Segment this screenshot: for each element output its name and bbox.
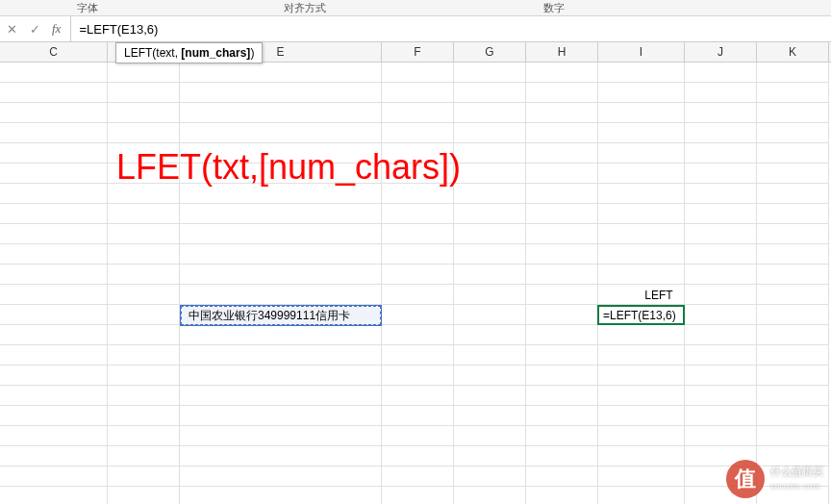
grid-cell[interactable] (526, 224, 598, 244)
grid-cell[interactable] (757, 426, 829, 446)
grid-cell[interactable] (382, 285, 454, 305)
column-header-c[interactable]: C (0, 42, 108, 62)
grid-cell[interactable] (382, 244, 454, 265)
grid-cell[interactable] (598, 406, 685, 426)
grid-cell[interactable] (180, 83, 382, 103)
grid-cell[interactable] (0, 184, 108, 204)
grid-cell[interactable] (454, 446, 526, 466)
grid-cell[interactable] (757, 123, 829, 143)
grid-cell[interactable] (685, 406, 757, 426)
grid-cell[interactable] (598, 265, 685, 285)
grid-cell[interactable] (454, 325, 526, 345)
grid-cell[interactable] (685, 426, 757, 446)
grid-cell[interactable] (598, 103, 685, 123)
grid-cell[interactable] (382, 204, 454, 224)
grid-cell[interactable] (108, 265, 180, 285)
grid-cell[interactable] (598, 143, 685, 164)
grid-cell[interactable] (382, 265, 454, 285)
grid-cell[interactable] (0, 103, 108, 123)
formula-accept-button[interactable]: ✓ (23, 16, 46, 41)
grid-cell[interactable] (454, 123, 526, 143)
grid-cell[interactable] (108, 224, 180, 244)
grid-cell[interactable] (108, 123, 180, 143)
grid-cell[interactable] (526, 184, 598, 204)
grid-cell[interactable] (526, 103, 598, 123)
grid-cell[interactable] (454, 63, 526, 83)
grid-cell[interactable] (526, 164, 598, 184)
grid-cell[interactable] (598, 345, 685, 365)
grid-cell[interactable] (757, 305, 829, 325)
grid-cell[interactable] (526, 244, 598, 265)
grid-cell[interactable] (685, 83, 757, 103)
grid-cell[interactable] (526, 305, 598, 325)
grid-cell[interactable] (0, 204, 108, 224)
grid-cell[interactable] (180, 103, 382, 123)
grid-cell[interactable] (454, 305, 526, 325)
grid-cell[interactable] (454, 487, 526, 504)
grid-cell[interactable] (108, 285, 180, 305)
grid-cell[interactable] (454, 184, 526, 204)
grid-cell[interactable] (454, 285, 526, 305)
grid-cell[interactable] (526, 123, 598, 143)
grid-cell[interactable] (526, 285, 598, 305)
grid-cell[interactable] (454, 224, 526, 244)
grid-cell[interactable] (0, 325, 108, 345)
grid-cell[interactable] (598, 164, 685, 184)
grid-cell[interactable] (454, 164, 526, 184)
grid-cell[interactable] (108, 204, 180, 224)
grid-cell[interactable] (526, 406, 598, 426)
grid-cell[interactable] (757, 285, 829, 305)
grid-cell[interactable] (180, 244, 382, 265)
grid-cell[interactable] (180, 204, 382, 224)
grid-cell[interactable] (454, 244, 526, 265)
column-header-i[interactable]: I (598, 42, 685, 62)
grid-cell[interactable] (757, 345, 829, 365)
grid-cell[interactable] (685, 103, 757, 123)
grid-cell[interactable] (526, 487, 598, 504)
grid-cell[interactable] (382, 487, 454, 504)
grid-cell[interactable] (108, 446, 180, 466)
grid-cell[interactable] (685, 143, 757, 164)
grid-cell[interactable] (685, 164, 757, 184)
grid-cell[interactable] (454, 204, 526, 224)
grid-cell[interactable] (598, 184, 685, 204)
grid-cell[interactable] (382, 345, 454, 365)
grid-cell[interactable] (108, 365, 180, 386)
grid-cell[interactable] (382, 63, 454, 83)
column-header-f[interactable]: F (382, 42, 454, 62)
grid-cell[interactable] (598, 244, 685, 265)
column-header-g[interactable]: G (454, 42, 526, 62)
grid-cell[interactable] (454, 83, 526, 103)
grid-cell[interactable] (382, 305, 454, 325)
grid-cell[interactable] (526, 365, 598, 386)
grid-cell[interactable] (382, 325, 454, 345)
grid-cell[interactable] (0, 143, 108, 164)
grid-cell[interactable] (685, 386, 757, 406)
grid-cell[interactable] (108, 487, 180, 504)
column-header-h[interactable]: H (526, 42, 598, 62)
grid-cell[interactable] (757, 63, 829, 83)
grid-cell[interactable] (382, 83, 454, 103)
grid-cell[interactable] (598, 224, 685, 244)
grid-cell[interactable] (454, 265, 526, 285)
grid-cell[interactable] (0, 244, 108, 265)
grid-cell[interactable] (454, 386, 526, 406)
grid-cell[interactable] (382, 365, 454, 386)
grid-cell[interactable] (0, 386, 108, 406)
grid-cell[interactable] (0, 487, 108, 504)
grid-cell[interactable] (598, 466, 685, 487)
grid-cell[interactable] (180, 285, 382, 305)
grid-cell[interactable] (598, 123, 685, 143)
grid-cell[interactable] (108, 345, 180, 365)
grid-cell[interactable] (757, 204, 829, 224)
grid-cell[interactable] (180, 265, 382, 285)
grid-cell[interactable] (526, 143, 598, 164)
grid-cell[interactable] (526, 63, 598, 83)
grid-cell[interactable] (685, 204, 757, 224)
grid-cell[interactable] (598, 204, 685, 224)
grid-cell[interactable] (685, 123, 757, 143)
grid-cell[interactable] (382, 123, 454, 143)
grid-cell[interactable] (382, 426, 454, 446)
grid-cell[interactable] (180, 345, 382, 365)
grid-cell[interactable] (685, 325, 757, 345)
